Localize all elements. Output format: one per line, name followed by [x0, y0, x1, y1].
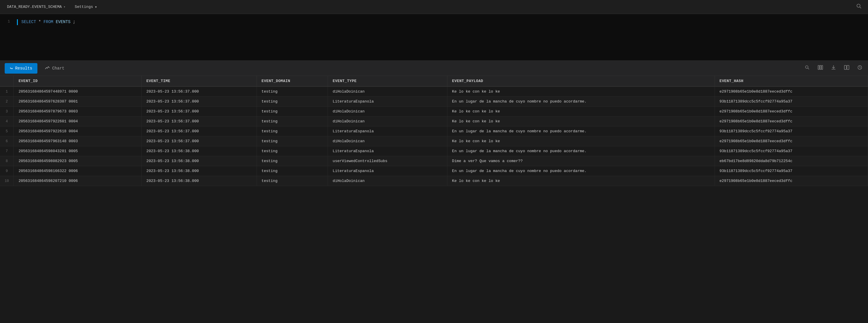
- svg-line-3: [808, 68, 809, 69]
- cell-event-id: 205631684864598082923 0005: [14, 156, 142, 166]
- cell-event-payload: Dime a ver? Que vamos a comer??: [447, 156, 715, 166]
- cell-event-domain: testing: [257, 136, 328, 146]
- cell-row-num: 3: [0, 106, 14, 117]
- table-row: 7205631684864598043281 00052023-05-23 13…: [0, 146, 868, 156]
- cell-event-hash: e2971908b65e1b0e8d1887eeced3dffc: [715, 136, 868, 146]
- col-row-num: [0, 76, 14, 87]
- cell-event-type: LiteraturaEspanola: [328, 166, 447, 176]
- download-icon[interactable]: [830, 64, 837, 72]
- cell-event-hash: e2971908b65e1b0e8d1887eeced3dffc: [715, 87, 868, 97]
- cell-event-time: 2023-05-23 13:56:38.000: [142, 146, 257, 156]
- schema-chevron-icon: ▾: [63, 5, 65, 9]
- table-row: 2205631684864597628307 00012023-05-23 13…: [0, 97, 868, 106]
- code-line-1[interactable]: SELECT * FROM EVENTS ;: [21, 19, 75, 25]
- cell-event-type: LiteraturaEspanola: [328, 126, 447, 136]
- cell-event-domain: testing: [257, 126, 328, 136]
- cell-event-time: 2023-05-23 13:56:37.000: [142, 106, 257, 117]
- cell-event-domain: testing: [257, 146, 328, 156]
- cell-event-type: LiteraturaEspanola: [328, 146, 447, 156]
- cell-event-id: 205631684864597879673 0003: [14, 106, 142, 117]
- cell-event-payload: Ke lo ke con ke lo ke: [447, 117, 715, 126]
- settings-label: Settings: [75, 5, 93, 9]
- cell-event-hash: 93b11871389dcc5c5fccf92774a95a37: [715, 97, 868, 106]
- cell-event-payload: En un lugar de la mancha de cuyo nombre …: [447, 97, 715, 106]
- line-numbers: 1: [0, 19, 14, 56]
- cell-event-time: 2023-05-23 13:56:37.000: [142, 136, 257, 146]
- cell-row-num: 5: [0, 126, 14, 136]
- cell-row-num: 2: [0, 97, 14, 106]
- col-event-id[interactable]: EVENT_ID: [14, 76, 142, 87]
- punct-semicolon: ;: [73, 20, 75, 24]
- cell-event-type: diHolaDoinican: [328, 117, 447, 126]
- kw-select: SELECT: [21, 20, 36, 24]
- cell-event-type: userViewedControlledSubs: [328, 156, 447, 166]
- schema-label: DATA_READY.EVENTS_SCHEMA: [7, 5, 62, 9]
- search-icon[interactable]: [855, 2, 863, 12]
- cell-event-domain: testing: [257, 87, 328, 97]
- table-row: 6205631684864597963148 00032023-05-23 13…: [0, 136, 868, 146]
- cell-event-type: diHolaDoinican: [328, 87, 447, 97]
- cell-row-num: 8: [0, 156, 14, 166]
- svg-rect-9: [844, 65, 846, 69]
- settings-chevron-icon: ▾: [95, 5, 97, 9]
- cell-event-time: 2023-05-23 13:56:37.000: [142, 126, 257, 136]
- cell-row-num: 10: [0, 176, 14, 186]
- cell-event-time: 2023-05-23 13:56:38.000: [142, 176, 257, 186]
- split-view-icon[interactable]: [843, 64, 850, 72]
- cell-event-hash: 93b11871389dcc5c5fccf92774a95a37: [715, 126, 868, 136]
- cell-event-type: LiteraturaEspanola: [328, 97, 447, 106]
- col-event-hash[interactable]: EVENT_HASH: [715, 76, 868, 87]
- tab-chart[interactable]: Chart: [40, 63, 69, 74]
- col-event-domain[interactable]: EVENT_DOMAIN: [257, 76, 328, 87]
- cell-event-hash: e2971908b65e1b0e8d1887eeced3dffc: [715, 117, 868, 126]
- search-results-icon[interactable]: [804, 64, 811, 72]
- cell-event-domain: testing: [257, 176, 328, 186]
- results-table-wrapper[interactable]: EVENT_ID EVENT_TIME EVENT_DOMAIN EVENT_T…: [0, 76, 868, 323]
- cell-event-time: 2023-05-23 13:56:37.000: [142, 117, 257, 126]
- cell-event-payload: Ke lo ke con ke lo ke: [447, 136, 715, 146]
- settings-button[interactable]: Settings ▾: [72, 3, 99, 10]
- punct-star: *: [38, 20, 43, 24]
- cell-event-payload: En un lugar de la mancha de cuyo nombre …: [447, 126, 715, 136]
- col-event-time[interactable]: EVENT_TIME: [142, 76, 257, 87]
- col-event-type[interactable]: EVENT_TYPE: [328, 76, 447, 87]
- col-event-payload[interactable]: EVENT_PAYLOAD: [447, 76, 715, 87]
- cell-event-id: 205631684864598166322 0006: [14, 166, 142, 176]
- cell-event-domain: testing: [257, 156, 328, 166]
- table-row: 3205631684864597879673 00032023-05-23 13…: [0, 106, 868, 117]
- cell-event-time: 2023-05-23 13:56:38.000: [142, 156, 257, 166]
- cell-event-hash: 93b11871389dcc5c5fccf92774a95a37: [715, 166, 868, 176]
- table-header: EVENT_ID EVENT_TIME EVENT_DOMAIN EVENT_T…: [0, 76, 868, 87]
- line-indicator: [17, 19, 18, 25]
- tab-results[interactable]: ↪ Results: [5, 63, 37, 74]
- cell-event-payload: Ke lo ke con ke lo ke: [447, 176, 715, 186]
- results-label: Results: [15, 66, 32, 71]
- table-row: 4205631684864597922601 00042023-05-23 13…: [0, 117, 868, 126]
- cell-event-id: 205631684864598207210 0006: [14, 176, 142, 186]
- svg-rect-6: [822, 65, 823, 69]
- schema-selector[interactable]: DATA_READY.EVENTS_SCHEMA ▾: [5, 3, 68, 10]
- history-icon[interactable]: [856, 64, 863, 72]
- columns-icon[interactable]: [816, 64, 824, 72]
- cell-row-num: 4: [0, 117, 14, 126]
- svg-rect-5: [820, 65, 821, 69]
- cell-event-hash: 93b11871389dcc5c5fccf92774a95a37: [715, 146, 868, 156]
- cell-event-payload: En un lugar de la mancha de cuyo nombre …: [447, 166, 715, 176]
- svg-rect-4: [818, 65, 819, 69]
- table-row: 10205631684864598207210 00062023-05-23 1…: [0, 176, 868, 186]
- cell-event-domain: testing: [257, 166, 328, 176]
- table-row: 5205631684864597922618 00042023-05-23 13…: [0, 126, 868, 136]
- cell-event-id: 205631684864597628307 0001: [14, 97, 142, 106]
- code-content[interactable]: SELECT * FROM EVENTS ;: [14, 19, 78, 56]
- cell-row-num: 1: [0, 87, 14, 97]
- chart-label: Chart: [52, 66, 64, 71]
- cell-event-type: diHolaDoinican: [328, 136, 447, 146]
- cell-event-payload: Ke lo ke con ke lo ke: [447, 106, 715, 117]
- line-number-1: 1: [8, 19, 10, 24]
- cell-event-hash: e2971908b65e1b0e8d1887eeced3dffc: [715, 106, 868, 117]
- cell-event-domain: testing: [257, 117, 328, 126]
- cell-event-time: 2023-05-23 13:56:37.000: [142, 87, 257, 97]
- cell-event-id: 205631684864598043281 0005: [14, 146, 142, 156]
- kw-from: FROM: [43, 20, 54, 24]
- results-toolbar: ↪ Results Chart: [0, 61, 868, 76]
